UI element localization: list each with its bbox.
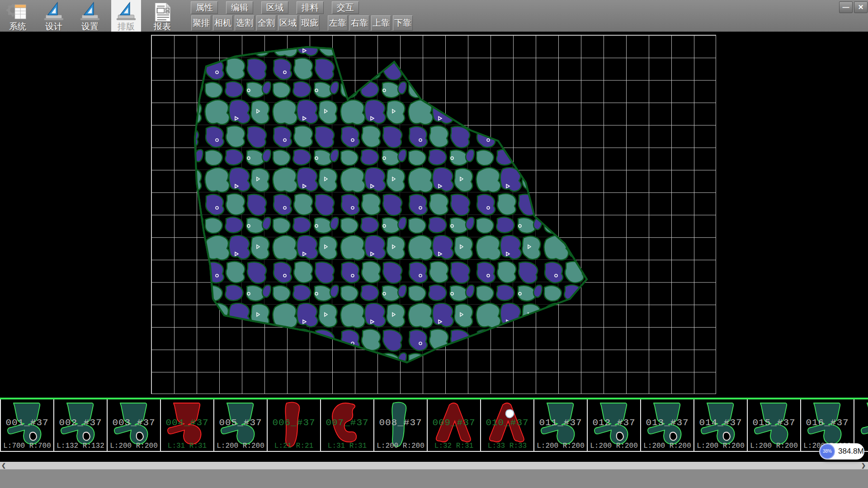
tool-button-10[interactable]: 下靠 <box>393 15 413 31</box>
part-id-label: 005_#37 <box>214 418 267 428</box>
part-hole <box>670 432 677 441</box>
part-thumbnail-5[interactable]: 005_#37L:200 R:200 <box>214 399 268 452</box>
part-id-label: 007_#37 <box>321 418 373 428</box>
part-lr-label: L:200 R:200 <box>748 442 800 450</box>
tool-button-5[interactable]: 区域 <box>278 15 298 31</box>
progress-circle: 38% <box>820 444 835 459</box>
part-lr-label: L:132 R:132 <box>54 442 107 450</box>
part-thumbnail-7[interactable]: 007_#37L:31 R:31 <box>321 399 374 452</box>
part-id-label: 003_#37 <box>108 418 160 428</box>
part-thumbnail-12[interactable]: 012_#37L:200 R:200 <box>588 399 641 452</box>
tool-button-8[interactable]: 右靠 <box>349 15 369 31</box>
minimize-button[interactable]: — <box>839 1 853 13</box>
part-thumbnail-3[interactable]: 003_#37L:200 R:200 <box>108 399 161 452</box>
ribbon-bar: 系统设计设置排版报表 属性编辑区域排料交互 聚排相机选割全割区域瑕疵左靠右靠上靠… <box>0 0 868 32</box>
part-id-label: 002_#37 <box>54 418 107 428</box>
part-thumbnail-8[interactable]: 008_#37L:200 R:200 <box>374 399 428 452</box>
ribbon-tab-1[interactable]: 属性 <box>191 1 218 14</box>
app-button-2[interactable]: 设计 <box>39 0 69 32</box>
ribbon-tab-3[interactable]: 区域 <box>261 1 288 14</box>
part-id-label: 016_#37 <box>801 418 854 428</box>
nested-hide-svg <box>0 32 868 398</box>
part-hole <box>137 432 143 441</box>
memory-progress-widget[interactable]: 38% 384.8M <box>819 443 864 460</box>
part-thumbnail-strip: 001_#37L:700 R:700002_#37L:132 R:132003_… <box>0 399 868 453</box>
part-thumbnail-2[interactable]: 002_#37L:132 R:132 <box>54 399 108 452</box>
part-hole <box>723 432 730 441</box>
part-id-label: 006_#37 <box>268 418 320 428</box>
tool-button-9[interactable]: 上靠 <box>371 15 391 31</box>
part-id-label: 010_#37 <box>481 418 533 428</box>
scroll-right-arrow-icon[interactable]: ❯ <box>860 462 867 469</box>
ribbon-tab-2[interactable]: 编辑 <box>226 1 253 14</box>
part-thumbnail-10[interactable]: 010_#37L:33 R:33 <box>481 399 534 452</box>
ribbon-tab-4[interactable]: 排料 <box>297 1 324 14</box>
part-lr-label: L:200 R:200 <box>694 442 747 450</box>
application-window: { "window": {"minimize_glyph": "—", "clo… <box>0 0 868 488</box>
scroll-left-arrow-icon[interactable]: ❮ <box>0 462 7 469</box>
part-thumbnail-13[interactable]: 013_#37L:200 R:200 <box>641 399 694 452</box>
nesting-canvas[interactable] <box>0 32 868 398</box>
report-doc-icon <box>149 1 175 22</box>
memory-value: 384.8M <box>838 447 864 456</box>
app-button-4[interactable]: 排版 <box>111 0 141 32</box>
horizontal-scrollbar[interactable]: ❮ ❯ <box>0 462 868 469</box>
part-lr-label: L:21 R:21 <box>268 442 320 450</box>
part-lr-label: L:200 R:200 <box>374 442 427 450</box>
tool-button-6[interactable]: 瑕疵 <box>300 15 320 31</box>
part-thumbnail-14[interactable]: 014_#37L:200 R:200 <box>694 399 748 452</box>
app-button-5[interactable]: 报表 <box>147 0 177 32</box>
part-lr-label: L:33 R:33 <box>481 442 533 450</box>
part-lr-label: L:700 R:700 <box>1 442 53 450</box>
part-hole <box>83 432 90 441</box>
part-hole <box>30 432 37 441</box>
part-lr-label: L:200 R:200 <box>641 442 693 450</box>
part-id-label: 014_#37 <box>694 418 747 428</box>
gear-table-icon <box>5 1 31 22</box>
part-id-label: 012_#37 <box>588 418 640 428</box>
part-id-label: 009_#37 <box>428 418 480 428</box>
set-square-icon <box>77 1 103 22</box>
part-hole <box>506 410 514 418</box>
part-lr-label: L:200 R:200 <box>108 442 160 450</box>
part-lr-label: L:31 R:31 <box>321 442 373 450</box>
part-id-label: 001_#37 <box>1 418 53 428</box>
part-lr-label: L:32 R:31 <box>428 442 480 450</box>
set-square-icon <box>113 1 139 22</box>
part-id-label: 004_#37 <box>161 418 213 428</box>
status-bar <box>0 469 868 488</box>
part-lr-label: L:200 R:200 <box>588 442 640 450</box>
part-thumbnail-15[interactable]: 015_#37L:200 R:200 <box>748 399 801 452</box>
part-id-label: 013_#37 <box>641 418 693 428</box>
part-id-label: 015_#37 <box>748 418 800 428</box>
part-thumbnail-1[interactable]: 001_#37L:700 R:700 <box>0 399 54 452</box>
tool-button-2[interactable]: 相机 <box>213 15 233 31</box>
tool-button-7[interactable]: 左靠 <box>328 15 348 31</box>
tool-button-3[interactable]: 选割 <box>235 15 255 31</box>
tool-button-4[interactable]: 全割 <box>256 15 276 31</box>
part-lr-label: L:31 R:31 <box>161 442 213 450</box>
app-button-3[interactable]: 设置 <box>75 0 105 32</box>
part-thumbnail-11[interactable]: 011_#37L:200 R:200 <box>534 399 588 452</box>
set-square-icon <box>41 1 67 22</box>
part-id-label: 008_#37 <box>374 418 427 428</box>
part-thumbnail-4[interactable]: 004_#37L:31 R:31 <box>161 399 214 452</box>
part-thumbnail-9[interactable]: 009_#37L:32 R:31 <box>428 399 481 452</box>
part-lr-label: L:200 R:200 <box>534 442 587 450</box>
part-lr-label: L:200 R:200 <box>214 442 267 450</box>
part-hole <box>617 432 623 441</box>
part-id-label: 011_#37 <box>534 418 587 428</box>
part-thumbnail-6[interactable]: 006_#37L:21 R:21 <box>268 399 321 452</box>
tool-button-1[interactable]: 聚排 <box>191 15 211 31</box>
app-button-1[interactable]: 系统 <box>3 0 33 32</box>
close-button[interactable]: ✕ <box>854 1 868 13</box>
part-id-label: 0 <box>854 418 868 428</box>
ribbon-tab-5[interactable]: 交互 <box>332 1 359 14</box>
